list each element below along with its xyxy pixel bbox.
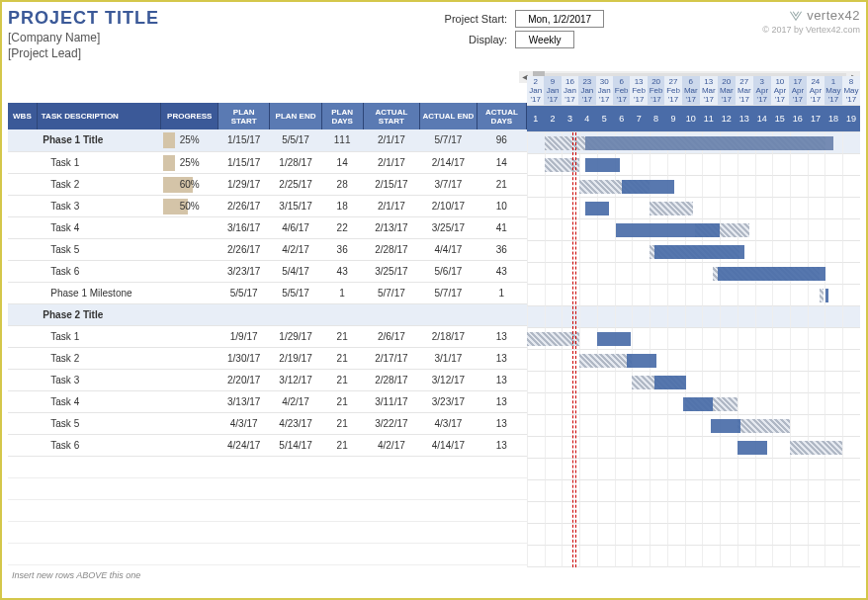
table-row[interactable]: Phase 2 Title [8,303,527,325]
table-row[interactable]: Task 54/3/174/23/17213/22/174/3/1713 [8,412,527,434]
table-row[interactable]: Task 63/23/175/4/17433/25/175/6/1743 [8,260,527,282]
plan-start-cell[interactable]: 1/29/17 [218,173,270,195]
actual-end-cell[interactable]: 4/3/17 [420,412,477,434]
progress-cell[interactable] [161,325,218,347]
plan-end-cell[interactable]: 5/5/17 [270,129,321,151]
wbs-cell[interactable] [8,260,37,282]
task-name-cell[interactable]: Task 4 [37,216,161,238]
actual-days-cell[interactable]: 13 [477,369,526,390]
plan-days-cell[interactable]: 36 [321,238,363,260]
empty-row[interactable] [8,477,527,499]
task-name-cell[interactable]: Task 4 [37,390,161,412]
plan-end-cell[interactable]: 1/29/17 [270,325,321,347]
actual-days-cell[interactable]: 21 [477,173,526,195]
actual-end-cell[interactable]: 3/25/17 [420,216,477,238]
plan-end-cell[interactable]: 4/2/17 [270,238,321,260]
plan-start-cell[interactable]: 1/15/17 [218,129,270,151]
plan-days-cell[interactable]: 28 [321,173,363,195]
actual-start-cell[interactable]: 2/13/17 [363,216,420,238]
table-row[interactable]: Phase 1 Milestone5/5/175/5/1715/7/175/7/… [8,282,527,303]
task-name-cell[interactable]: Task 6 [37,260,161,282]
plan-end-cell[interactable]: 5/14/17 [270,434,321,456]
actual-days-cell[interactable]: 13 [477,325,526,347]
task-name-cell[interactable]: Task 2 [37,173,161,195]
wbs-cell[interactable] [8,412,37,434]
table-row[interactable]: Task 32/20/173/12/17212/28/173/12/1713 [8,369,527,390]
plan-end-cell[interactable]: 5/5/17 [270,282,321,303]
actual-end-cell[interactable] [420,303,477,325]
actual-days-cell[interactable]: 96 [477,129,526,151]
actual-end-cell[interactable]: 3/1/17 [420,347,477,369]
actual-end-cell[interactable]: 2/10/17 [420,195,477,216]
progress-cell[interactable] [161,369,218,390]
empty-row[interactable] [8,456,527,477]
actual-start-cell[interactable]: 2/1/17 [363,151,420,173]
table-row[interactable]: Task 21/30/172/19/17212/17/173/1/1713 [8,347,527,369]
wbs-cell[interactable] [8,173,37,195]
actual-end-cell[interactable]: 5/7/17 [420,282,477,303]
plan-days-cell[interactable]: 22 [321,216,363,238]
display-input[interactable] [515,31,574,48]
plan-days-cell[interactable]: 111 [321,129,363,151]
table-row[interactable]: Task 64/24/175/14/17214/2/174/14/1713 [8,434,527,456]
plan-start-cell[interactable]: 4/3/17 [218,412,270,434]
wbs-cell[interactable] [8,151,37,173]
wbs-cell[interactable] [8,303,37,325]
task-name-cell[interactable]: Task 3 [37,369,161,390]
actual-start-cell[interactable] [363,303,420,325]
actual-days-cell[interactable]: 13 [477,434,526,456]
plan-start-cell[interactable]: 2/26/17 [218,238,270,260]
wbs-cell[interactable] [8,195,37,216]
actual-start-cell[interactable]: 2/15/17 [363,173,420,195]
plan-start-cell[interactable]: 2/26/17 [218,195,270,216]
plan-end-cell[interactable]: 3/12/17 [270,369,321,390]
table-row[interactable]: Task 350%2/26/173/15/17182/1/172/10/1710 [8,195,527,216]
plan-end-cell[interactable]: 5/4/17 [270,260,321,282]
plan-start-cell[interactable]: 3/23/17 [218,260,270,282]
progress-cell[interactable] [161,303,218,325]
progress-cell[interactable]: 50% [161,195,218,216]
wbs-cell[interactable] [8,325,37,347]
task-name-cell[interactable]: Task 1 [37,151,161,173]
wbs-cell[interactable] [8,129,37,151]
plan-days-cell[interactable] [321,303,363,325]
actual-end-cell[interactable]: 5/7/17 [420,129,477,151]
plan-end-cell[interactable]: 4/6/17 [270,216,321,238]
table-row[interactable]: Task 43/13/174/2/17213/11/173/23/1713 [8,390,527,412]
actual-start-cell[interactable]: 2/28/17 [363,369,420,390]
progress-cell[interactable]: 25% [161,129,218,151]
plan-days-cell[interactable]: 21 [321,412,363,434]
plan-start-cell[interactable]: 5/5/17 [218,282,270,303]
actual-days-cell[interactable]: 1 [477,282,526,303]
plan-start-cell[interactable] [218,303,270,325]
progress-cell[interactable] [161,282,218,303]
plan-days-cell[interactable]: 18 [321,195,363,216]
plan-start-cell[interactable]: 3/16/17 [218,216,270,238]
empty-row[interactable] [8,499,527,521]
task-name-cell[interactable]: Task 6 [37,434,161,456]
project-start-input[interactable] [515,10,604,28]
wbs-cell[interactable] [8,282,37,303]
plan-start-cell[interactable]: 2/20/17 [218,369,270,390]
wbs-cell[interactable] [8,369,37,390]
plan-start-cell[interactable]: 4/24/17 [218,434,270,456]
plan-end-cell[interactable] [270,303,321,325]
progress-cell[interactable] [161,216,218,238]
plan-days-cell[interactable]: 21 [321,347,363,369]
plan-start-cell[interactable]: 1/15/17 [218,151,270,173]
actual-start-cell[interactable]: 3/25/17 [363,260,420,282]
progress-cell[interactable] [161,412,218,434]
actual-start-cell[interactable]: 4/2/17 [363,434,420,456]
table-row[interactable]: Task 52/26/174/2/17362/28/174/4/1736 [8,238,527,260]
plan-start-cell[interactable]: 3/13/17 [218,390,270,412]
actual-start-cell[interactable]: 3/11/17 [363,390,420,412]
plan-days-cell[interactable]: 21 [321,369,363,390]
empty-row[interactable] [8,521,527,543]
task-name-cell[interactable]: Phase 1 Title [37,129,161,151]
wbs-cell[interactable] [8,216,37,238]
actual-days-cell[interactable]: 41 [477,216,526,238]
wbs-cell[interactable] [8,434,37,456]
progress-cell[interactable]: 60% [161,173,218,195]
plan-end-cell[interactable]: 4/2/17 [270,390,321,412]
task-name-cell[interactable]: Phase 1 Milestone [37,282,161,303]
